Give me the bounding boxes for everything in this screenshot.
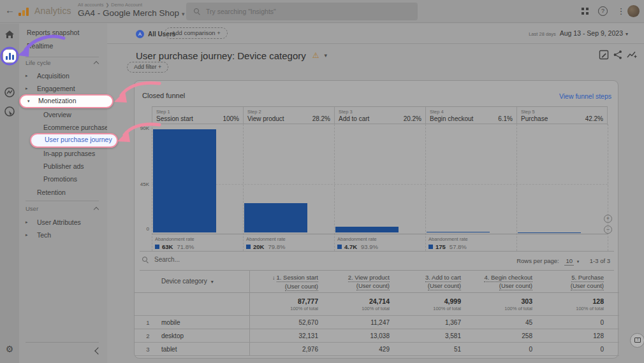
col-session-start[interactable]: ↓1. Session start(User count) <box>249 270 321 292</box>
dimension-header[interactable]: Device category▾ <box>161 270 249 292</box>
col-purchase[interactable]: 5. Purchase(User count) <box>535 270 606 292</box>
insights-icon[interactable] <box>627 50 638 60</box>
nav-retention[interactable]: Retention <box>19 186 107 199</box>
zoom-in-icon[interactable]: + <box>604 215 612 223</box>
nav-promotions[interactable]: Promotions <box>19 173 107 185</box>
chevron-down-icon[interactable]: ▾ <box>577 259 580 264</box>
nav-overview[interactable]: Overview <box>19 108 107 121</box>
triangle-right-icon: ▸ <box>26 82 28 95</box>
nav-publisher-ads[interactable]: Publisher ads <box>19 160 107 173</box>
advertising-icon[interactable] <box>3 105 16 118</box>
col-view-product[interactable]: 2. View product(User count) <box>321 270 392 292</box>
segment-bar: A All Users Add comparison + Last 28 day… <box>107 24 644 44</box>
home-icon[interactable] <box>3 28 16 41</box>
explore-icon[interactable] <box>3 86 16 99</box>
feedback-icon <box>634 338 641 343</box>
page-title: User purchase journey: Device category <box>136 50 306 61</box>
funnel-step-2: Step 2 View product28.2% <box>243 107 334 125</box>
search-input[interactable]: Try searching "Insights" <box>186 3 418 20</box>
property-name: GA4 - Google Merch Shop <box>78 8 179 18</box>
search-icon <box>142 257 149 263</box>
nav-user-attributes[interactable]: ▸User Attributes <box>19 216 107 229</box>
main-content: A All Users Add comparison + Last 28 day… <box>107 24 644 363</box>
triangle-down-icon: ▾ <box>211 279 214 285</box>
report-nav: Reports snapshot Realtime Life cycle ▸Ac… <box>19 24 107 363</box>
legend-square-icon <box>337 245 342 249</box>
reports-icon[interactable] <box>3 50 16 62</box>
totals-row: 87,777100% of total 24,714100% of total … <box>135 293 619 316</box>
funnel-step-headers: Step 1 Session start100% Step 2 View pro… <box>152 106 608 124</box>
kebab-menu-icon[interactable]: ⋮ <box>615 6 627 17</box>
nav-monetization[interactable]: ▾Monetization <box>19 94 113 108</box>
feedback-button[interactable] <box>630 333 644 348</box>
apps-grid-icon[interactable] <box>581 7 592 18</box>
y-tick-90k: 90K <box>135 125 149 131</box>
chevron-down-icon[interactable]: ▾ <box>325 52 328 59</box>
legend-square-icon <box>155 245 159 249</box>
nav-section-lifecycle[interactable]: Life cycle <box>26 58 101 68</box>
collapse-nav-icon[interactable] <box>94 347 101 354</box>
date-range-picker[interactable]: Last 28 daysAug 13 - Sep 9, 2023▾ <box>529 29 628 37</box>
chevron-down-icon: ▾ <box>182 11 185 17</box>
table-row-tablet[interactable]: 3 tablet 2,976 429 51 0 0 <box>135 343 619 356</box>
funnel-bar-begin-checkout[interactable] <box>427 232 490 232</box>
table-pager: Rows per page: 10 ▾ 1-3 of 3 <box>516 257 610 264</box>
funnel-bar-session-start[interactable] <box>153 129 216 232</box>
nav-reports-snapshot[interactable]: Reports snapshot <box>19 26 107 39</box>
chevron-down-icon: ▾ <box>626 31 628 37</box>
funnel-step-4: Step 4 Begin checkout6.1% <box>425 107 516 125</box>
chevron-up-icon <box>94 207 99 212</box>
abandonment-step-2: Abandonment rate 20K79.8% <box>243 236 334 251</box>
customize-report-icon[interactable] <box>599 50 610 60</box>
nav-acquisition[interactable]: ▸Acquisition <box>19 69 107 82</box>
nav-tech[interactable]: ▸Tech <box>19 229 107 241</box>
table-header-row: Device category▾ ↓1. Session start(User … <box>135 270 619 293</box>
table-row-desktop[interactable]: 2 desktop 32,131 13,038 3,581 258 128 <box>135 329 619 343</box>
triangle-down-icon: ▾ <box>27 96 30 106</box>
view-funnel-steps-link[interactable]: View funnel steps <box>559 92 611 100</box>
sort-desc-icon: ↓ <box>272 274 275 281</box>
funnel-bar-add-to-cart[interactable] <box>335 227 399 232</box>
gridline-45k <box>152 184 608 185</box>
rows-per-page-select[interactable]: 10 <box>564 257 574 266</box>
col-begin-checkout[interactable]: 4. Begin checkout(User count) <box>464 270 535 292</box>
nav-in-app-purchases[interactable]: In-app purchases <box>19 147 107 160</box>
nav-realtime[interactable]: Realtime <box>19 39 107 52</box>
add-comparison-button[interactable]: Add comparison + <box>165 27 228 39</box>
nav-ecommerce-purchases[interactable]: Ecommerce purchases <box>19 121 107 134</box>
settings-gear-icon[interactable]: ⚙ <box>3 343 16 355</box>
triangle-right-icon: ▸ <box>26 229 28 241</box>
abandonment-step-1: Abandonment rate 63K71.8% <box>152 236 243 251</box>
triangle-right-icon: ▸ <box>26 216 28 229</box>
abandonment-step-4: Abandonment rate 17557.8% <box>425 236 516 251</box>
analytics-logo-icon <box>18 7 29 16</box>
nav-engagement[interactable]: ▸Engagement <box>19 82 107 95</box>
warning-icon[interactable]: ⚠ <box>312 51 319 60</box>
closed-funnel-label[interactable]: Closed funnel <box>142 92 185 99</box>
avatar[interactable] <box>627 5 640 17</box>
abandonment-step-3: Abandonment rate 4.7K93.9% <box>334 236 425 251</box>
row-range: 1-3 of 3 <box>590 257 610 264</box>
share-icon[interactable] <box>613 50 624 60</box>
help-icon[interactable]: ? <box>598 6 608 16</box>
account-switcher[interactable]: All accounts❯Demo Account GA4 - Google M… <box>78 2 185 18</box>
back-icon[interactable]: ← <box>5 4 15 15</box>
triangle-right-icon: ▸ <box>26 69 28 82</box>
col-add-to-cart[interactable]: 3. Add to cart(User count) <box>392 270 464 292</box>
nav-user-purchase-journey[interactable]: User purchase journey <box>30 133 118 148</box>
table-row-mobile[interactable]: 1 mobile 52,670 11,247 1,367 45 0 <box>135 316 619 329</box>
app-header: ← Analytics All accounts❯Demo Account GA… <box>0 0 644 23</box>
legend-square-icon <box>246 245 251 249</box>
segment-badge: A <box>136 30 144 38</box>
brand-name: Analytics <box>34 6 71 16</box>
nav-section-user[interactable]: User <box>26 204 101 214</box>
table-search-input[interactable]: Search... <box>142 256 180 263</box>
y-tick-45k: 45K <box>135 182 149 187</box>
funnel-step-5: Step 5 Purchase42.2% <box>516 107 608 125</box>
y-tick-0: 0 <box>135 226 149 232</box>
zoom-out-icon[interactable]: − <box>604 225 612 234</box>
funnel-step-3: Step 3 Add to cart20.2% <box>334 107 425 125</box>
add-filter-button[interactable]: Add filter + <box>127 62 168 73</box>
legend-square-icon <box>428 245 433 249</box>
funnel-bar-view-product[interactable] <box>244 203 307 232</box>
